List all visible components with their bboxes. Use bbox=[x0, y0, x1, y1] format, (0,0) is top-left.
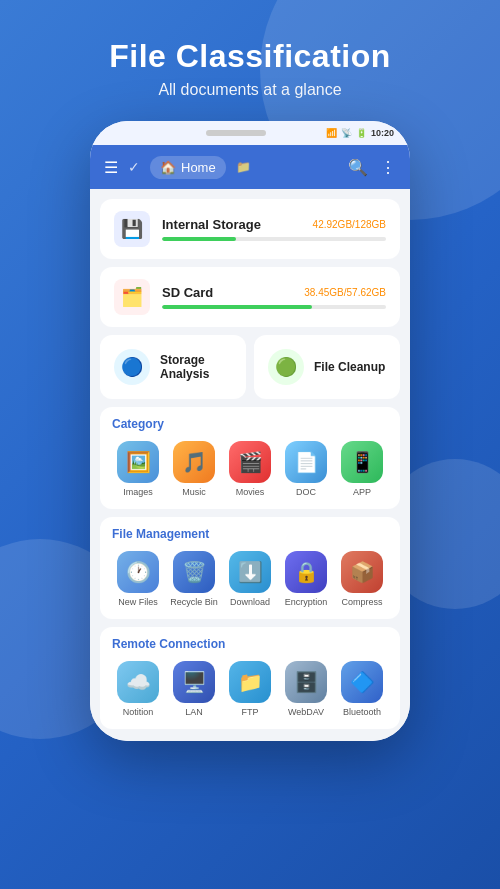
storage-analysis-card[interactable]: 🔵 Storage Analysis bbox=[100, 335, 246, 399]
movies-label: Movies bbox=[236, 487, 265, 497]
ftp-icon: 📁 bbox=[229, 661, 271, 703]
hamburger-icon[interactable]: ☰ bbox=[104, 158, 118, 177]
webdav-label: WebDAV bbox=[288, 707, 324, 717]
compress-label: Compress bbox=[341, 597, 382, 607]
sd-card-name: SD Card bbox=[162, 285, 213, 300]
fm-download[interactable]: ⬇️ Download bbox=[224, 551, 276, 607]
sd-card-bar-fill bbox=[162, 305, 312, 309]
movies-icon: 🎬 bbox=[229, 441, 271, 483]
category-section: Category 🖼️ Images 🎵 Music 🎬 Movies 📄 DO… bbox=[100, 407, 400, 509]
new-files-icon: 🕐 bbox=[117, 551, 159, 593]
new-files-label: New Files bbox=[118, 597, 158, 607]
app-icon: 📱 bbox=[341, 441, 383, 483]
sd-card-card[interactable]: 🗂️ SD Card 38.45GB/57.62GB bbox=[100, 267, 400, 327]
music-label: Music bbox=[182, 487, 206, 497]
bluetooth-label: Bluetooth bbox=[343, 707, 381, 717]
notion-label: Notition bbox=[123, 707, 154, 717]
rc-ftp[interactable]: 📁 FTP bbox=[224, 661, 276, 717]
file-management-title: File Management bbox=[112, 527, 388, 541]
status-bar: 📶 📡 🔋 10:20 bbox=[90, 121, 410, 145]
recycle-bin-icon: 🗑️ bbox=[173, 551, 215, 593]
rc-lan[interactable]: 🖥️ LAN bbox=[168, 661, 220, 717]
fm-new-files[interactable]: 🕐 New Files bbox=[112, 551, 164, 607]
doc-label: DOC bbox=[296, 487, 316, 497]
signal-icon: 📡 bbox=[341, 128, 352, 138]
internal-storage-card[interactable]: 💾 Internal Storage 42.92GB/128GB bbox=[100, 199, 400, 259]
home-icon: 🏠 bbox=[160, 160, 176, 175]
fm-encryption[interactable]: 🔒 Encryption bbox=[280, 551, 332, 607]
sd-card-info: SD Card 38.45GB/57.62GB bbox=[162, 285, 386, 309]
check-icon[interactable]: ✓ bbox=[128, 159, 140, 175]
rc-bluetooth[interactable]: 🔷 Bluetooth bbox=[336, 661, 388, 717]
sd-card-bar-bg bbox=[162, 305, 386, 309]
internal-storage-info: Internal Storage 42.92GB/128GB bbox=[162, 217, 386, 241]
lan-icon: 🖥️ bbox=[173, 661, 215, 703]
category-music[interactable]: 🎵 Music bbox=[168, 441, 220, 497]
lan-label: LAN bbox=[185, 707, 203, 717]
app-title: File Classification bbox=[109, 38, 391, 75]
doc-icon: 📄 bbox=[285, 441, 327, 483]
category-images[interactable]: 🖼️ Images bbox=[112, 441, 164, 497]
internal-storage-icon: 💾 bbox=[114, 211, 150, 247]
category-movies[interactable]: 🎬 Movies bbox=[224, 441, 276, 497]
fm-recycle-bin[interactable]: 🗑️ Recycle Bin bbox=[168, 551, 220, 607]
category-title: Category bbox=[112, 417, 388, 431]
app-subtitle: All documents at a glance bbox=[109, 81, 391, 99]
internal-storage-header: Internal Storage 42.92GB/128GB bbox=[162, 217, 386, 232]
folder-icon: 📁 bbox=[236, 160, 251, 174]
category-grid: 🖼️ Images 🎵 Music 🎬 Movies 📄 DOC 📱 bbox=[112, 441, 388, 497]
remote-connection-grid: ☁️ Notition 🖥️ LAN 📁 FTP 🗄️ WebDAV 🔷 bbox=[112, 661, 388, 717]
toolbar-right: 🔍 ⋮ bbox=[348, 158, 396, 177]
sd-card-header: SD Card 38.45GB/57.62GB bbox=[162, 285, 386, 300]
ftp-label: FTP bbox=[242, 707, 259, 717]
status-notch bbox=[206, 130, 266, 136]
file-cleanup-icon: 🟢 bbox=[268, 349, 304, 385]
file-management-grid: 🕐 New Files 🗑️ Recycle Bin ⬇️ Download 🔒… bbox=[112, 551, 388, 607]
remote-connection-section: Remote Connection ☁️ Notition 🖥️ LAN 📁 F… bbox=[100, 627, 400, 729]
download-icon: ⬇️ bbox=[229, 551, 271, 593]
remote-connection-title: Remote Connection bbox=[112, 637, 388, 651]
sd-card-usage: 38.45GB/57.62GB bbox=[304, 287, 386, 298]
storage-analysis-icon: 🔵 bbox=[114, 349, 150, 385]
time-display: 10:20 bbox=[371, 128, 394, 138]
home-label: Home bbox=[181, 160, 216, 175]
rc-webdav[interactable]: 🗄️ WebDAV bbox=[280, 661, 332, 717]
internal-storage-name: Internal Storage bbox=[162, 217, 261, 232]
bluetooth-icon: 🔷 bbox=[341, 661, 383, 703]
status-bar-right: 📶 📡 🔋 10:20 bbox=[326, 128, 394, 138]
internal-storage-usage: 42.92GB/128GB bbox=[313, 219, 386, 230]
notion-icon: ☁️ bbox=[117, 661, 159, 703]
encryption-label: Encryption bbox=[285, 597, 328, 607]
storage-analysis-label: Storage Analysis bbox=[160, 353, 232, 381]
file-cleanup-label: File Cleanup bbox=[314, 360, 385, 374]
fm-compress[interactable]: 📦 Compress bbox=[336, 551, 388, 607]
compress-icon: 📦 bbox=[341, 551, 383, 593]
download-label: Download bbox=[230, 597, 270, 607]
internal-storage-bar-fill bbox=[162, 237, 236, 241]
images-icon: 🖼️ bbox=[117, 441, 159, 483]
app-label: APP bbox=[353, 487, 371, 497]
internal-storage-bar-bg bbox=[162, 237, 386, 241]
toolbar-left: ☰ ✓ 🏠 Home 📁 bbox=[104, 156, 251, 179]
music-icon: 🎵 bbox=[173, 441, 215, 483]
home-button[interactable]: 🏠 Home bbox=[150, 156, 226, 179]
encryption-icon: 🔒 bbox=[285, 551, 327, 593]
rc-notion[interactable]: ☁️ Notition bbox=[112, 661, 164, 717]
more-icon[interactable]: ⋮ bbox=[380, 158, 396, 177]
app-header: File Classification All documents at a g… bbox=[109, 38, 391, 99]
search-icon[interactable]: 🔍 bbox=[348, 158, 368, 177]
file-management-section: File Management 🕐 New Files 🗑️ Recycle B… bbox=[100, 517, 400, 619]
sd-card-icon: 🗂️ bbox=[114, 279, 150, 315]
recycle-bin-label: Recycle Bin bbox=[170, 597, 218, 607]
phone-content: 💾 Internal Storage 42.92GB/128GB 🗂️ SD C… bbox=[90, 189, 410, 741]
quick-actions: 🔵 Storage Analysis 🟢 File Cleanup bbox=[100, 335, 400, 399]
category-doc[interactable]: 📄 DOC bbox=[280, 441, 332, 497]
webdav-icon: 🗄️ bbox=[285, 661, 327, 703]
phone-frame: 📶 📡 🔋 10:20 ☰ ✓ 🏠 Home 📁 🔍 ⋮ 💾 bbox=[90, 121, 410, 741]
category-app[interactable]: 📱 APP bbox=[336, 441, 388, 497]
file-cleanup-card[interactable]: 🟢 File Cleanup bbox=[254, 335, 400, 399]
images-label: Images bbox=[123, 487, 153, 497]
app-toolbar: ☰ ✓ 🏠 Home 📁 🔍 ⋮ bbox=[90, 145, 410, 189]
wifi-icon: 📶 bbox=[326, 128, 337, 138]
battery-icon: 🔋 bbox=[356, 128, 367, 138]
